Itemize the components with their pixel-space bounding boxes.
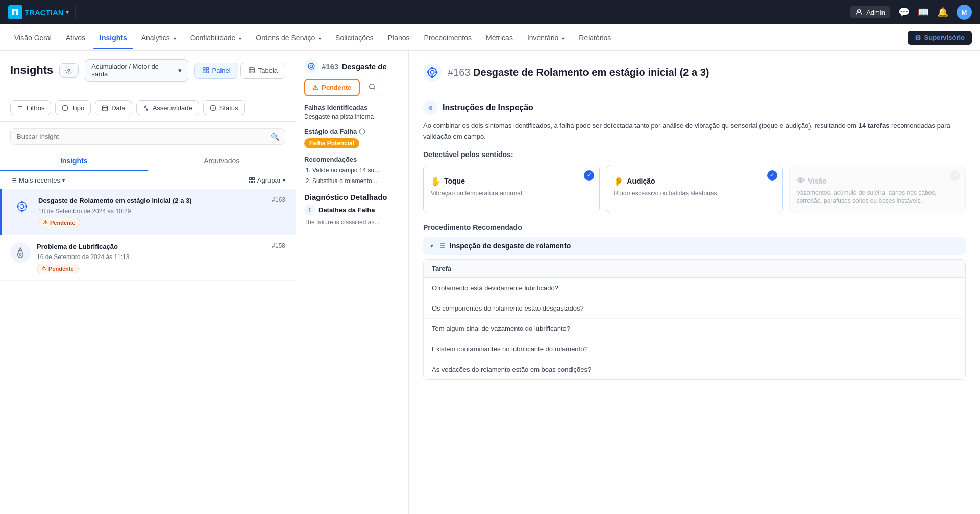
search-row: 🔍 — [0, 122, 296, 151]
sentido-audicao-card[interactable]: ✓ 👂 Audição Ruído excessivo ou batidas a… — [606, 165, 782, 214]
status-pending-button[interactable]: ⚠ Pendente — [304, 79, 360, 96]
item-number: #158 — [272, 242, 285, 249]
proc-name: Inspeção de desgaste de rolamento — [450, 242, 571, 250]
book-icon[interactable]: 📖 — [918, 7, 929, 18]
svg-point-35 — [21, 210, 23, 212]
svg-point-34 — [21, 201, 23, 203]
nav-planos[interactable]: Planos — [382, 27, 416, 49]
supervisory-button[interactable]: ⚙ Supervisório — [908, 31, 972, 45]
svg-line-42 — [373, 88, 375, 90]
info-icon — [359, 128, 365, 135]
proc-header[interactable]: ▾ Inspeção de desgaste de rolamento — [423, 237, 966, 255]
status-badge: ⚠ Pendente — [38, 218, 80, 227]
filter-data-button[interactable]: Data — [95, 100, 132, 115]
audicao-name: 👂 Audição — [614, 176, 775, 186]
avatar[interactable]: M — [957, 5, 972, 20]
tab-insights[interactable]: Insights — [0, 151, 148, 171]
admin-button[interactable]: Admin — [850, 6, 890, 18]
calendar-icon — [102, 105, 108, 111]
nav-ativos[interactable]: Ativos — [60, 27, 91, 49]
mid-title-text: Desgaste de — [341, 62, 386, 71]
logo-caret[interactable]: ▾ — [66, 9, 69, 16]
nav-relatorios[interactable]: Relatórios — [573, 27, 617, 49]
item-date: 16 de Setembro de 2024 às 11:13 — [37, 253, 265, 261]
nav-insights[interactable]: Insights — [93, 27, 133, 49]
analytics-arrow-icon: ▾ — [174, 36, 176, 41]
detail-row: 1 Detalhes da Falha — [304, 204, 400, 216]
main-nav: Visão Geral Ativos Insights Analytics ▾ … — [0, 24, 980, 51]
sentido-toque-card[interactable]: ✓ ✋ Toque Vibração ou temperatura anorma… — [423, 165, 600, 214]
svg-point-48 — [432, 67, 433, 69]
message-icon[interactable]: 💬 — [898, 7, 910, 18]
inventario-arrow-icon: ▾ — [562, 36, 565, 41]
svg-point-51 — [436, 72, 437, 73]
diag-title: Diagnóstico Detalhado — [304, 193, 400, 201]
nav-solicitacoes[interactable]: Solicitações — [329, 27, 380, 49]
settings-icon-btn[interactable] — [59, 63, 79, 78]
section-title: Instruções de Inspeção — [443, 103, 533, 112]
item-title: Desgaste de Rolamento em estágio inicial… — [38, 196, 265, 205]
task-row: Tem algum sinal de vazamento do lubrific… — [424, 319, 965, 339]
insights-header: Insights Acumulador / Motor de saída ▾ P… — [0, 51, 296, 94]
sort-row: Mais recentes ▾ Agrupar ▾ — [0, 171, 296, 189]
item-title: Problema de Lubrificação — [37, 242, 265, 251]
item-content: Desgaste de Rolamento em estágio inicial… — [38, 196, 265, 227]
nav-procedimentos[interactable]: Procedimentos — [418, 27, 478, 49]
nav-analytics[interactable]: Analytics ▾ — [135, 27, 182, 49]
nav-visao-geral[interactable]: Visão Geral — [8, 27, 58, 49]
main-layout: Insights Acumulador / Motor de saída ▾ P… — [0, 51, 980, 514]
sentidos-grid: ✓ ✋ Toque Vibração ou temperatura anorma… — [423, 165, 966, 214]
nav-inventario[interactable]: Inventário ▾ — [521, 27, 571, 49]
svg-point-50 — [427, 72, 429, 73]
visao-eye-icon: 👁 — [797, 176, 805, 186]
svg-rect-17 — [103, 106, 108, 111]
selector-arrow-icon: ▾ — [178, 67, 182, 74]
audicao-check-icon: ✓ — [767, 170, 777, 181]
highlight-text: 14 tarefas — [859, 122, 890, 130]
nav-confiabilidade[interactable]: Confiabilidade ▾ — [184, 27, 248, 49]
step-num: 1 — [304, 204, 315, 216]
mid-title: #163 Desgaste de — [304, 59, 400, 73]
toque-name: ✋ Toque — [431, 176, 592, 186]
svg-rect-6 — [206, 71, 208, 73]
nav-metricas[interactable]: Métricas — [480, 27, 519, 49]
logo-text: TRACTIAN — [24, 8, 64, 17]
search-input[interactable] — [10, 128, 285, 145]
filter-tipo-button[interactable]: Tipo — [55, 100, 91, 115]
view-tabela-button[interactable]: Tabela — [240, 63, 285, 79]
filter-status-button[interactable]: Status — [203, 100, 245, 115]
search-action-button[interactable] — [364, 79, 380, 96]
status-warning-icon: ⚠ — [312, 84, 318, 91]
filters-row: Filtros Tipo Data Assertividade Status — [0, 94, 296, 122]
notification-icon[interactable]: 🔔 — [937, 7, 948, 18]
logo-brand[interactable]: TRACTIAN ▾ — [8, 5, 76, 19]
svg-rect-3 — [203, 68, 205, 70]
group-button[interactable]: Agrupar ▾ — [249, 176, 285, 184]
list-item[interactable]: Desgaste de Rolamento em estágio inicial… — [0, 189, 296, 235]
sort-button[interactable]: Mais recentes ▾ — [10, 176, 65, 184]
sentido-visao-card[interactable]: ✕ 👁 Visão Vazamentos, acúmulo de sujeira… — [789, 165, 966, 214]
tab-arquivados[interactable]: Arquivados — [148, 151, 296, 171]
task-row: Existem contaminantes no lubrificante do… — [424, 339, 965, 359]
sort-arrow-icon: ▾ — [62, 177, 65, 183]
right-header: #163 Desgaste de Rolamento em estágio in… — [423, 63, 966, 90]
filter-filtros-button[interactable]: Filtros — [10, 100, 51, 115]
svg-point-1 — [857, 10, 860, 12]
toque-hand-icon: ✋ — [431, 176, 441, 186]
admin-icon — [855, 8, 863, 16]
sentidos-label: Detectável pelos sentidos: — [423, 150, 966, 159]
list-item[interactable]: Problema de Lubrificação 16 de Setembro … — [0, 235, 296, 281]
detail-step-label: Detalhes da Falha — [318, 206, 375, 214]
filter-assertividade-button[interactable]: Assertividade — [136, 100, 199, 115]
ordens-arrow-icon: ▾ — [318, 36, 321, 41]
item-date: 18 de Setembro de 2024 às 10:29 — [38, 208, 265, 215]
svg-rect-5 — [203, 71, 205, 73]
cog-icon — [65, 66, 73, 74]
machine-selector[interactable]: Acumulador / Motor de saída ▾ — [85, 59, 188, 82]
mid-bearing-icon — [304, 59, 318, 73]
toque-desc: Vibração ou temperatura anormal. — [431, 189, 592, 198]
nav-ordens[interactable]: Ordens de Serviço ▾ — [250, 27, 327, 49]
mid-panel: #163 Desgaste de ⚠ Pendente Falhas Ident… — [296, 51, 408, 514]
view-panel-button[interactable]: Painel — [194, 63, 238, 79]
toque-check-icon: ✓ — [584, 170, 594, 181]
